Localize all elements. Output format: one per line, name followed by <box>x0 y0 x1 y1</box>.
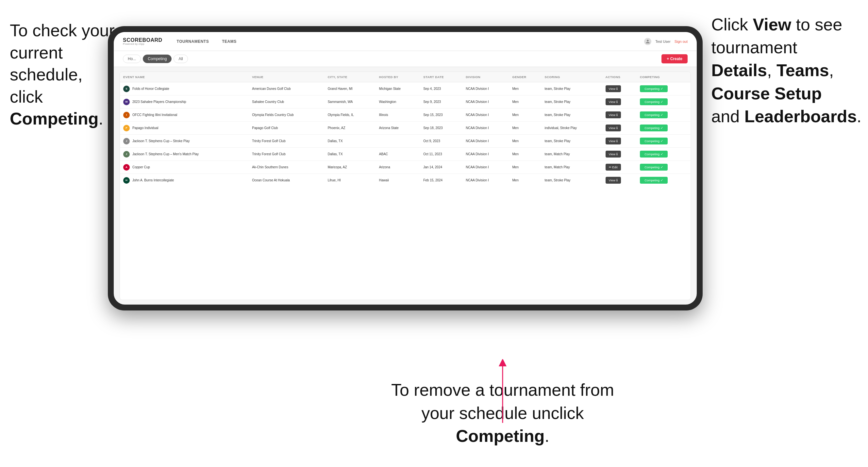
team-logo: P <box>123 125 130 131</box>
header-user-text: Test User <box>655 39 670 43</box>
view-button[interactable]: View ℹ <box>606 177 621 184</box>
action-cell: View ℹ <box>602 148 637 161</box>
table-row: S Folds of Honor Collegiate American Dun… <box>120 82 690 95</box>
team-logo: H <box>123 177 130 184</box>
team-logo: J <box>123 138 130 145</box>
venue-cell: Olympia Fields Country Club <box>249 108 324 122</box>
division-cell: NCAA Division I <box>462 108 509 122</box>
scoring-cell: team, Stroke Play <box>541 108 602 122</box>
hosted-by-cell: Arizona State <box>376 122 420 135</box>
table-row: A Copper Cup Ak-Chin Southern Dunes Mari… <box>120 161 690 174</box>
venue-cell: Ocean Course At Hokuala <box>249 174 324 187</box>
division-cell: NCAA Division I <box>462 135 509 148</box>
view-button[interactable]: View ℹ <box>606 85 621 92</box>
brand-title: SCOREBOARD <box>123 38 162 43</box>
competing-cell: Competing ✓ <box>637 108 690 122</box>
nav-tournaments[interactable]: TOURNAMENTS <box>176 39 211 44</box>
hosted-by-cell: Michigan State <box>376 82 420 95</box>
col-city-state: CITY, STATE <box>324 72 376 82</box>
event-name: Folds of Honor Collegiate <box>132 87 169 91</box>
event-name: Papago Individual <box>132 126 158 130</box>
tournaments-table-container: EVENT NAME VENUE CITY, STATE HOSTED BY S… <box>120 71 691 300</box>
annotation-bottom: To remove a tournament from your schedul… <box>388 378 617 447</box>
edit-button[interactable]: ✏ Edit <box>606 164 621 170</box>
event-name-cell: J Jackson T. Stephens Cup – Men's Match … <box>120 148 249 161</box>
table-row: P Papago Individual Papago Golf Club Pho… <box>120 122 690 135</box>
venue-cell: American Dunes Golf Club <box>249 82 324 95</box>
competing-button[interactable]: Competing ✓ <box>640 112 668 118</box>
create-button[interactable]: + Create <box>661 54 688 63</box>
view-button[interactable]: View ℹ <box>606 112 621 118</box>
table-row: W 2023 Sahalee Players Championship Saha… <box>120 95 690 108</box>
venue-cell: Ak-Chin Southern Dunes <box>249 161 324 174</box>
competing-button[interactable]: Competing ✓ <box>640 151 668 157</box>
event-name: John A. Burns Intercollegiate <box>132 179 174 182</box>
tab-competing[interactable]: Competing <box>143 55 172 63</box>
view-button[interactable]: View ℹ <box>606 151 621 157</box>
competing-button[interactable]: Competing ✓ <box>640 125 668 131</box>
view-button[interactable]: View ℹ <box>606 125 621 131</box>
venue-cell: Trinity Forest Golf Club <box>249 135 324 148</box>
action-cell: View ℹ <box>602 122 637 135</box>
brand-subtitle: Powered by clipp <box>123 43 162 45</box>
tab-all[interactable]: All <box>174 55 188 63</box>
city-state-cell: Dallas, TX <box>324 148 376 161</box>
venue-cell: Papago Golf Club <box>249 122 324 135</box>
team-logo: I <box>123 112 130 118</box>
competing-button[interactable]: Competing ✓ <box>640 85 668 92</box>
col-gender: GENDER <box>509 72 541 82</box>
event-name: Jackson T. Stephens Cup – Men's Match Pl… <box>132 152 199 156</box>
competing-cell: Competing ✓ <box>637 161 690 174</box>
competing-button[interactable]: Competing ✓ <box>640 177 668 184</box>
gender-cell: Men <box>509 122 541 135</box>
app-header: SCOREBOARD Powered by clipp TOURNAMENTS … <box>114 32 697 51</box>
action-cell: View ℹ <box>602 174 637 187</box>
view-button[interactable]: View ℹ <box>606 137 621 145</box>
competing-cell: Competing ✓ <box>637 135 690 148</box>
city-state-cell: Dallas, TX <box>324 135 376 148</box>
event-name-cell: I OFCC Fighting Illini Invitational <box>120 108 249 122</box>
nav-teams[interactable]: TEAMS <box>221 39 238 44</box>
hosted-by-cell: Washington <box>376 95 420 108</box>
col-event-name: EVENT NAME <box>120 72 249 82</box>
event-name: Copper Cup <box>132 165 150 169</box>
venue-cell: Sahalee Country Club <box>249 95 324 108</box>
competing-cell: Competing ✓ <box>637 122 690 135</box>
hosted-by-cell: ABAC <box>376 148 420 161</box>
gender-cell: Men <box>509 161 541 174</box>
city-state-cell: Grand Haven, MI <box>324 82 376 95</box>
scoring-cell: team, Match Play <box>541 161 602 174</box>
col-hosted-by: HOSTED BY <box>376 72 420 82</box>
tab-home[interactable]: Ho... <box>123 55 141 63</box>
gender-cell: Men <box>509 135 541 148</box>
competing-button[interactable]: Competing ✓ <box>640 164 668 170</box>
table-row: J Jackson T. Stephens Cup – Men's Match … <box>120 148 690 161</box>
view-button[interactable]: View ℹ <box>606 98 621 105</box>
hosted-by-cell <box>376 135 420 148</box>
competing-cell: Competing ✓ <box>637 95 690 108</box>
start-date-cell: Sep 9, 2023 <box>420 95 462 108</box>
gender-cell: Men <box>509 82 541 95</box>
action-cell: ✏ Edit <box>602 161 637 174</box>
start-date-cell: Feb 15, 2024 <box>420 174 462 187</box>
tournaments-table: EVENT NAME VENUE CITY, STATE HOSTED BY S… <box>120 72 690 187</box>
signout-link[interactable]: Sign out <box>675 39 688 43</box>
col-scoring: SCORING <box>541 72 602 82</box>
header-right: Test User Sign out <box>644 38 688 45</box>
city-state-cell: Lihue, HI <box>324 174 376 187</box>
competing-cell: Competing ✓ <box>637 82 690 95</box>
table-body: S Folds of Honor Collegiate American Dun… <box>120 82 690 187</box>
team-logo: J <box>123 151 130 157</box>
city-state-cell: Phoenix, AZ <box>324 122 376 135</box>
venue-cell: Trinity Forest Golf Club <box>249 148 324 161</box>
division-cell: NCAA Division I <box>462 122 509 135</box>
competing-button[interactable]: Competing ✓ <box>640 98 668 105</box>
division-cell: NCAA Division I <box>462 161 509 174</box>
team-logo: A <box>123 164 130 170</box>
competing-button[interactable]: Competing ✓ <box>640 137 668 145</box>
col-actions: ACTIONS <box>602 72 637 82</box>
hosted-by-cell: Hawaii <box>376 174 420 187</box>
competing-cell: Competing ✓ <box>637 174 690 187</box>
hosted-by-cell: Illinois <box>376 108 420 122</box>
user-icon <box>644 38 651 45</box>
